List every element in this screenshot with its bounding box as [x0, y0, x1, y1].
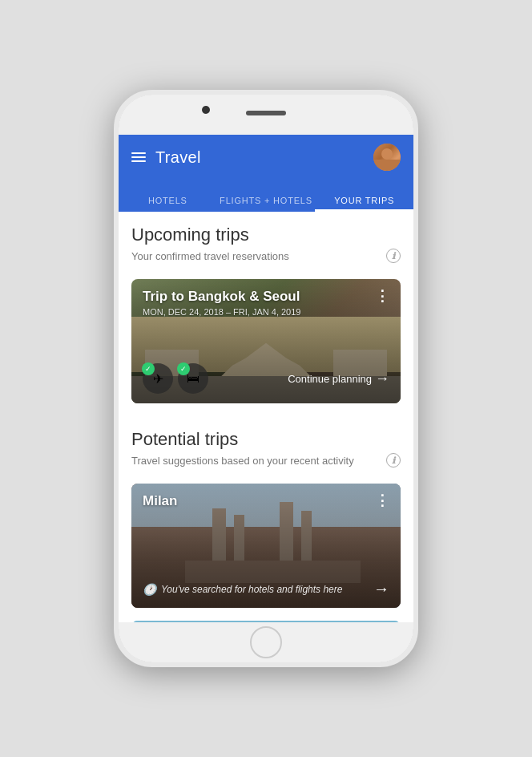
- phone-top-bar: [119, 95, 413, 135]
- main-content: Upcoming trips Your confirmed travel res…: [119, 212, 413, 622]
- potential-trips-section: Potential trips Travel suggestions based…: [119, 416, 413, 484]
- phone-home-button[interactable]: [250, 626, 282, 658]
- continue-label: Continue planning: [288, 373, 372, 385]
- check-badge-hotel: ✓: [177, 362, 190, 375]
- app-title: Travel: [155, 148, 201, 167]
- tab-hotels[interactable]: HOTELS: [119, 196, 217, 212]
- continue-planning-button[interactable]: Continue planning →: [288, 370, 389, 387]
- potential-trips-title: Potential trips: [131, 429, 401, 450]
- hotel-icon: 🛏: [187, 371, 200, 386]
- bangkok-trip-card[interactable]: Trip to Bangkok & Seoul MON, DEC 24, 201…: [131, 279, 401, 403]
- flight-badge: ✓ ✈: [143, 363, 173, 394]
- hotel-badge: ✓ 🛏: [178, 363, 208, 394]
- phone-bottom-bar: [119, 622, 413, 662]
- upcoming-trips-title: Upcoming trips: [131, 225, 401, 245]
- phone-screen: Travel HOTELS FLIGHTS + HOTELS YOUR TRIP…: [119, 135, 413, 622]
- milan-search-hint: 🕐 You've searched for hotels and flights…: [143, 583, 342, 596]
- continue-arrow-icon: →: [375, 370, 389, 387]
- check-badge-flight: ✓: [142, 362, 155, 375]
- bangkok-card-date: MON, DEC 24, 2018 – FRI, JAN 4, 2019: [143, 307, 300, 317]
- upcoming-trips-section: Upcoming trips Your confirmed travel res…: [119, 212, 413, 279]
- milan-trip-card[interactable]: Milan ⋮ 🕐 You've searched for hotels and…: [131, 484, 401, 608]
- tab-your-trips[interactable]: YOUR TRIPS: [315, 196, 413, 212]
- potential-trips-subtitle: Travel suggestions based on your recent …: [131, 455, 354, 467]
- phone-camera: [202, 106, 210, 114]
- hamburger-menu-button[interactable]: [131, 152, 146, 162]
- phone-frame: Travel HOTELS FLIGHTS + HOTELS YOUR TRIP…: [114, 90, 418, 667]
- upcoming-trips-subtitle: Your confirmed travel reservations: [131, 250, 289, 262]
- bangkok-more-button[interactable]: ⋮: [375, 289, 389, 303]
- phone-speaker: [246, 111, 286, 115]
- upcoming-trips-info-icon[interactable]: ℹ: [386, 249, 401, 263]
- bangkok-card-title: Trip to Bangkok & Seoul: [143, 289, 300, 305]
- flight-icon: ✈: [153, 371, 163, 387]
- tab-flights-hotels[interactable]: FLIGHTS + HOTELS: [217, 196, 316, 212]
- milan-arrow-button[interactable]: →: [373, 580, 389, 598]
- clock-icon: 🕐: [143, 583, 156, 596]
- avatar[interactable]: [373, 144, 401, 171]
- app-header: Travel: [119, 135, 413, 180]
- milan-card-title: Milan: [143, 493, 177, 509]
- tab-bar: HOTELS FLIGHTS + HOTELS YOUR TRIPS: [119, 180, 413, 212]
- potential-trips-info-icon[interactable]: ℹ: [386, 453, 401, 468]
- milan-more-button[interactable]: ⋮: [375, 493, 389, 508]
